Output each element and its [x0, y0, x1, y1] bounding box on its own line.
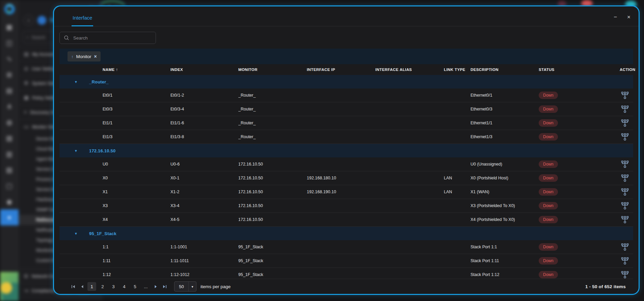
status-badge: Down: [539, 119, 558, 127]
column-header-index[interactable]: INDEX: [170, 68, 238, 72]
column-header-action[interactable]: ACTION: [620, 68, 639, 72]
topology-icon[interactable]: ▧: [0, 130, 19, 146]
filter-strip: ↑ Monitor ×: [59, 49, 633, 64]
reports-icon[interactable]: ▨: [0, 162, 19, 178]
interface-map-icon: [621, 202, 629, 210]
table-row[interactable]: X1X1-2172.16.10.50192.168.190.10LANX1 (W…: [59, 185, 633, 199]
chevron-expanded-icon[interactable]: ▼: [74, 80, 79, 84]
page-button-5[interactable]: 5: [131, 282, 139, 291]
action-button[interactable]: [621, 92, 633, 99]
back-button[interactable]: ‹: [23, 15, 34, 26]
cell-index: Et0/3-4: [170, 107, 238, 111]
action-button[interactable]: [621, 216, 633, 224]
interface-map-icon: [621, 216, 629, 224]
cell-name: Et1/3: [103, 134, 170, 139]
group-name: _Router_: [89, 79, 109, 84]
tags-icon[interactable]: ⊞: [0, 67, 19, 82]
page-button-2[interactable]: 2: [98, 282, 107, 291]
page-size-select[interactable]: 50 ▾: [174, 281, 196, 292]
column-header-interface_alias[interactable]: INTERFACE ALIAS: [375, 68, 444, 72]
table-row[interactable]: X0X0-1172.16.10.50192.168.180.10LANX0 (P…: [59, 171, 633, 185]
table-row[interactable]: 1:111:11-101195_1F_StackStack Port 1:11D…: [59, 254, 633, 268]
previous-page-button[interactable]: [78, 282, 86, 291]
action-button[interactable]: [621, 133, 633, 141]
action-button[interactable]: [621, 257, 633, 265]
column-header-name[interactable]: NAME↑: [103, 68, 170, 72]
table-row[interactable]: Et0/1Et0/1-2_Router_Ethernet0/1Down: [59, 89, 633, 102]
cell-description: Stack Port 1:11: [471, 258, 539, 263]
table-row[interactable]: 1:121:12-101295_1F_StackStack Port 1:12D…: [59, 268, 633, 279]
action-button[interactable]: [621, 243, 633, 251]
page-ellipsis[interactable]: ...: [141, 282, 150, 291]
cell-name: X1: [103, 190, 170, 194]
files-icon[interactable]: ▢: [0, 178, 19, 194]
next-page-button[interactable]: [151, 282, 160, 291]
cell-status: Down: [539, 174, 620, 182]
search-input[interactable]: [73, 35, 152, 41]
column-header-monitor[interactable]: MONITOR: [238, 68, 307, 72]
table-row[interactable]: X3X3-4172.16.10.50X3 (Portshielded To X0…: [59, 199, 633, 213]
table-row[interactable]: U0U0-6172.16.10.50U0 (Unassigned)Down: [59, 157, 633, 171]
table-row[interactable]: Et1/3Et1/3-8_Router_Ethernet1/3Down: [59, 130, 633, 144]
cell-interface_ip: 192.168.190.10: [307, 190, 375, 194]
cell-name: 1:12: [103, 272, 170, 277]
action-button[interactable]: [621, 105, 633, 113]
tab-interface[interactable]: Interface: [72, 9, 93, 26]
table-row[interactable]: Et1/1Et1/1-6_Router_Ethernet1/1Down: [59, 116, 633, 130]
menu-item-icon: ▦: [24, 95, 29, 101]
group-row[interactable]: ▼95_1F_Stack: [59, 227, 633, 240]
column-header-link_type[interactable]: LINK TYPE: [444, 68, 471, 72]
column-header-interface_ip[interactable]: INTERFACE IP: [307, 68, 375, 72]
action-button[interactable]: [621, 188, 633, 196]
status-badge: Down: [539, 202, 558, 209]
page-numbers: 12345...: [86, 282, 151, 291]
table-row[interactable]: X4X4-5172.16.10.50X4 (Portshielded To X0…: [59, 213, 633, 227]
minimize-icon[interactable]: −: [614, 14, 617, 20]
status-badge: Down: [539, 133, 558, 141]
icon-rail: ▦◫∿⊞▤⋔◍▧▥▨▢◉●: [0, 0, 19, 301]
cell-status: Down: [539, 92, 620, 99]
action-button[interactable]: [621, 271, 633, 279]
last-page-button[interactable]: [160, 282, 169, 291]
apps-icon[interactable]: ▦: [0, 19, 19, 35]
page-button-3[interactable]: 3: [109, 282, 118, 291]
flows-icon[interactable]: ⋔: [0, 98, 19, 114]
logs-icon[interactable]: ▤: [0, 82, 19, 98]
agents-icon[interactable]: ◉: [0, 194, 19, 209]
motadata-logo-icon[interactable]: [4, 4, 15, 14]
column-header-description[interactable]: DESCRIPTION: [471, 68, 539, 72]
group-row[interactable]: ▼_Router_: [59, 75, 633, 89]
menu-item-icon: ▤: [24, 51, 29, 57]
chip-close-icon[interactable]: ×: [94, 54, 97, 59]
chevron-expanded-icon[interactable]: ▼: [74, 149, 79, 153]
cell-index: Et1/1-6: [170, 121, 238, 125]
cell-monitor: 172.16.10.50: [238, 190, 307, 194]
action-button[interactable]: [621, 202, 633, 210]
devices-icon[interactable]: ◫: [0, 35, 19, 51]
cell-monitor: _Router_: [238, 93, 307, 98]
group-name: 172.16.10.50: [89, 148, 115, 153]
cell-status: Down: [539, 202, 620, 209]
cell-status: Down: [539, 188, 620, 196]
interface-map-icon: [621, 119, 629, 127]
table-row[interactable]: Et0/3Et0/3-4_Router_Ethernet0/3Down: [59, 102, 633, 116]
group-row[interactable]: ▼172.16.10.50: [59, 144, 633, 157]
settings-active-icon[interactable]: ●: [0, 209, 19, 225]
column-header-status[interactable]: STATUS: [539, 68, 620, 72]
cell-monitor: _Router_: [238, 107, 307, 111]
page-button-4[interactable]: 4: [120, 282, 129, 291]
action-button[interactable]: [621, 160, 633, 168]
action-button[interactable]: [621, 119, 633, 127]
cell-name: X3: [103, 203, 170, 208]
action-button[interactable]: [621, 174, 633, 182]
table-row[interactable]: 1:11:1-100195_1F_StackStack Port 1:1Down: [59, 240, 633, 254]
user-avatar[interactable]: [0, 272, 21, 301]
close-icon[interactable]: ×: [627, 14, 630, 20]
page-button-1[interactable]: 1: [87, 282, 96, 291]
alerts-icon[interactable]: ◍: [0, 114, 19, 130]
metrics-icon[interactable]: ∿: [0, 51, 19, 67]
chevron-expanded-icon[interactable]: ▼: [74, 232, 79, 235]
monitor-filter-chip[interactable]: ↑ Monitor ×: [68, 51, 101, 61]
inventory-icon[interactable]: ▥: [0, 146, 19, 162]
first-page-button[interactable]: [69, 282, 78, 291]
